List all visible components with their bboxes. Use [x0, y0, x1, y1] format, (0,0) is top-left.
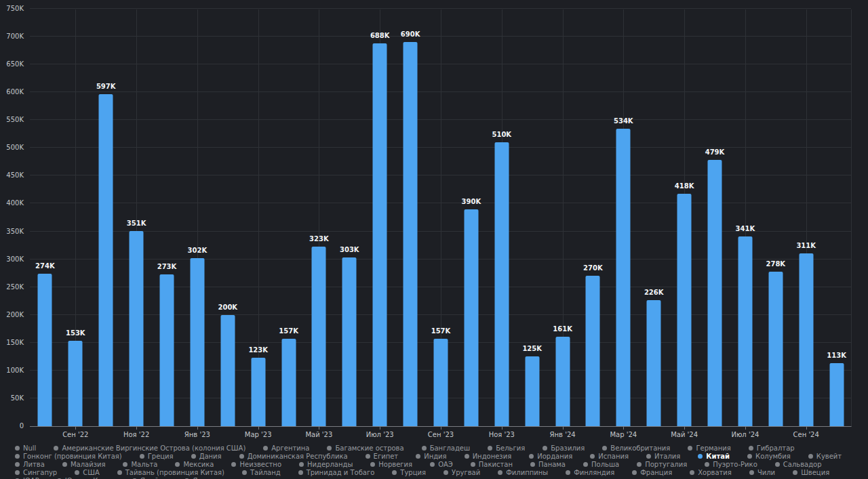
legend-item-label: Кувейт — [816, 453, 842, 460]
bar[interactable] — [494, 142, 509, 426]
legend-item[interactable]: Уругвай — [443, 469, 480, 476]
legend-item[interactable]: Италия — [646, 453, 680, 460]
legend-item[interactable]: Великобритания — [602, 444, 670, 452]
plot-area: 050K100K150K200K250K300K350K400K450K500K… — [30, 9, 852, 427]
bar[interactable] — [99, 94, 113, 426]
legend-item[interactable]: Панама — [530, 461, 566, 468]
legend-dot-icon — [123, 462, 127, 467]
legend-item[interactable]: Египет — [366, 453, 399, 460]
bar[interactable] — [251, 358, 265, 426]
bar[interactable] — [616, 129, 631, 426]
legend-item[interactable]: Иордания — [529, 453, 572, 460]
bar[interactable] — [190, 258, 204, 426]
x-tick-mark — [623, 427, 624, 430]
legend-item-label: Италия — [654, 453, 680, 460]
legend-item[interactable]: Франция — [632, 469, 672, 476]
legend-item[interactable]: Бразилия — [542, 444, 585, 452]
legend-item[interactable]: Греция — [140, 453, 174, 460]
legend-item-label: Испания — [598, 453, 629, 460]
legend-item[interactable]: Финляндия — [566, 469, 614, 476]
bar[interactable] — [647, 300, 661, 426]
legend-dot-icon — [231, 462, 236, 467]
legend-item[interactable]: Малайзия — [62, 461, 106, 468]
legend-item[interactable]: Нидерланды — [299, 461, 353, 468]
bar[interactable] — [586, 276, 600, 426]
legend-item[interactable]: Аргентина — [263, 444, 309, 452]
legend-item[interactable]: Гибралтар — [749, 444, 795, 452]
x-tick-mark — [258, 427, 259, 430]
x-tick-mark — [745, 427, 746, 430]
legend-item[interactable]: Бельгия — [488, 444, 525, 452]
legend-item[interactable]: ОАЭ — [430, 461, 453, 468]
legend-item[interactable]: Неизвестно — [231, 461, 281, 468]
legend-item[interactable]: Колумбия — [747, 453, 791, 460]
legend-item[interactable]: Норвегия — [370, 461, 412, 468]
legend-item[interactable]: Сальвадор — [775, 461, 822, 468]
legend-dot-icon — [175, 462, 180, 467]
bar[interactable] — [464, 209, 478, 426]
legend-item[interactable]: Бангладеш — [422, 444, 471, 452]
bar[interactable] — [281, 339, 296, 426]
legend-item[interactable]: США — [75, 469, 100, 476]
bar[interactable] — [220, 315, 235, 426]
bar[interactable] — [434, 339, 448, 426]
legend-item[interactable]: Американские Виргинские Острова (колония… — [54, 444, 245, 452]
bar[interactable] — [130, 231, 144, 426]
bar[interactable] — [829, 363, 844, 426]
bar[interactable] — [799, 253, 813, 426]
legend-item[interactable]: Чили — [749, 469, 775, 476]
bar[interactable] — [68, 341, 83, 426]
legend-item[interactable]: Литва — [15, 461, 45, 468]
legend-item[interactable]: Багамские острова — [327, 444, 403, 452]
bar[interactable] — [403, 42, 418, 426]
bar-value-label: 278K — [766, 261, 785, 268]
legend-dot-icon — [793, 470, 797, 475]
legend-item[interactable]: Сингапур — [15, 469, 57, 476]
bar[interactable] — [708, 160, 722, 426]
legend-dot-icon — [529, 454, 534, 459]
bar[interactable] — [768, 272, 783, 426]
legend-item[interactable]: Мальта — [123, 461, 157, 468]
legend-item[interactable]: Швеция — [793, 469, 829, 476]
x-tick-label: Сен '23 — [428, 432, 454, 438]
bar[interactable] — [38, 274, 52, 426]
bar[interactable] — [160, 274, 174, 426]
bar[interactable] — [525, 356, 539, 426]
legend-item[interactable]: Null — [15, 444, 36, 452]
legend-item[interactable]: Хорватия — [690, 469, 732, 476]
bar-value-label: 153K — [66, 330, 85, 337]
legend-item[interactable]: Гонконг (провинция Китая) — [15, 453, 122, 460]
legend-item[interactable]: Польша — [583, 461, 619, 468]
bar[interactable] — [738, 236, 752, 426]
bar-value-label: 688K — [370, 33, 390, 39]
legend-item[interactable]: Тринидад и Тобаго — [298, 469, 375, 476]
legend-dot-icon — [471, 462, 475, 467]
legend-item[interactable]: Тайланд — [242, 469, 281, 476]
legend-item[interactable]: Китай — [698, 453, 730, 460]
bar[interactable] — [373, 43, 387, 426]
legend-item[interactable]: Дания — [191, 453, 222, 460]
legend-dot-icon — [443, 470, 448, 475]
legend-item[interactable]: Турция — [392, 469, 426, 476]
bar[interactable] — [555, 337, 570, 426]
legend-dot-icon — [705, 462, 709, 467]
legend-item[interactable]: Тайвань (провинция Китая) — [117, 469, 224, 476]
bar-value-label: 270K — [583, 265, 603, 272]
legend-item[interactable]: Германия — [688, 444, 730, 452]
legend-item[interactable]: Пакистан — [471, 461, 513, 468]
legend-item[interactable]: Пуэрто-Рико — [705, 461, 757, 468]
legend-item[interactable]: Кувейт — [808, 453, 842, 460]
x-tick-mark — [75, 427, 76, 430]
bar[interactable] — [312, 247, 326, 426]
legend-item-label: Сингапур — [23, 469, 57, 476]
bar[interactable] — [677, 194, 692, 426]
legend-item[interactable]: Доминиканская Республика — [239, 453, 348, 460]
legend-item[interactable]: Индия — [416, 453, 446, 460]
legend-item[interactable]: Португалия — [637, 461, 687, 468]
legend-item[interactable]: Мексика — [175, 461, 214, 468]
legend-item[interactable]: Индонезия — [465, 453, 512, 460]
legend-item[interactable]: Филиппины — [498, 469, 548, 476]
x-tick-label: Май '23 — [305, 432, 332, 438]
bar[interactable] — [342, 257, 357, 426]
legend-item[interactable]: Испания — [590, 453, 629, 460]
